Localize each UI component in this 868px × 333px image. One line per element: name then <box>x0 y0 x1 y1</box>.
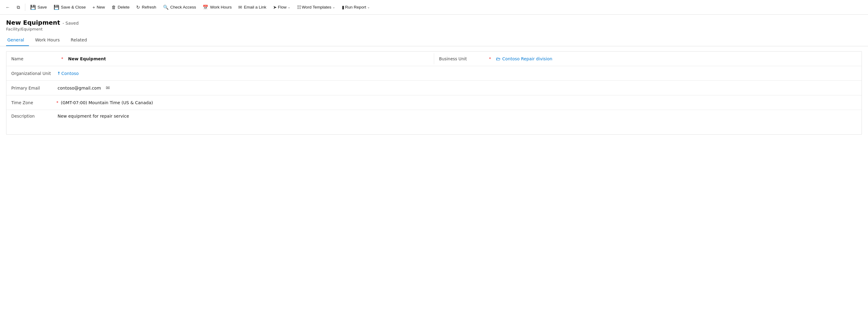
org-icon: ☨ <box>58 71 60 76</box>
page-header: New Equipment - Saved Facility/Equipment <box>0 14 868 31</box>
save-close-label: Save & Close <box>61 5 86 9</box>
separator-1 <box>25 4 25 11</box>
form-row-timezone: Time Zone * (GMT-07:00) Mountain Time (U… <box>6 95 862 110</box>
refresh-label: Refresh <box>142 5 156 9</box>
word-templates-label: Word Templates <box>302 5 332 9</box>
save-button[interactable]: 💾 Save <box>27 3 50 12</box>
business-unit-value: 🗁 Contoso Repair division <box>494 56 857 62</box>
run-report-button[interactable]: ▮ Run Report ⌄ <box>339 3 373 12</box>
refresh-icon: ↻ <box>136 5 140 10</box>
word-templates-icon: ☷ <box>297 5 301 10</box>
run-report-label: Run Report <box>345 5 366 9</box>
tab-general[interactable]: General <box>6 35 29 46</box>
timezone-label: Time Zone <box>6 100 55 105</box>
description-label: Description <box>6 114 55 119</box>
work-hours-icon: 📅 <box>203 5 208 10</box>
flow-chevron: ⌄ <box>288 5 290 9</box>
flow-icon: ➤ <box>273 5 277 10</box>
name-required: * <box>61 56 63 61</box>
delete-button[interactable]: 🗑 Delete <box>108 3 132 11</box>
name-label: Name <box>11 56 60 61</box>
delete-label: Delete <box>118 5 129 9</box>
page-saved-status: - Saved <box>62 21 79 26</box>
form-row-description: Description New equipment for repair ser… <box>6 110 862 134</box>
flow-label: Flow <box>278 5 287 9</box>
work-hours-label: Work Hours <box>210 5 231 9</box>
window-button[interactable]: ⧉ <box>14 3 23 12</box>
new-button[interactable]: + New <box>90 3 108 11</box>
bu-icon: 🗁 <box>496 56 501 62</box>
org-unit-label: Organizational Unit <box>6 71 55 76</box>
back-icon: ← <box>5 5 10 10</box>
email-link-icon: ✉ <box>238 5 242 10</box>
description-value[interactable]: New equipment for repair service <box>55 114 862 119</box>
org-unit-value: ☨ Contoso <box>55 71 862 76</box>
timezone-value[interactable]: (GMT-07:00) Mountain Time (US & Canada) <box>59 100 862 105</box>
email-link-button[interactable]: ✉ Email a Link <box>235 3 269 12</box>
name-value[interactable]: New Equipment <box>66 56 429 61</box>
save-close-button[interactable]: 💾 Save & Close <box>51 3 89 12</box>
window-icon: ⧉ <box>17 5 20 10</box>
work-hours-button[interactable]: 📅 Work Hours <box>199 3 235 12</box>
form-row-org-unit: Organizational Unit ☨ Contoso <box>6 66 862 81</box>
page-subtitle: Facility/Equipment <box>6 27 862 31</box>
run-report-icon: ▮ <box>342 5 344 10</box>
word-templates-chevron: ⌄ <box>332 5 335 9</box>
back-button[interactable]: ← <box>2 3 13 11</box>
new-icon: + <box>93 5 95 10</box>
save-close-icon: 💾 <box>54 5 59 10</box>
save-icon: 💾 <box>30 5 36 10</box>
check-access-icon: 🔍 <box>163 5 169 10</box>
tab-work-hours[interactable]: Work Hours <box>30 35 65 46</box>
tabs: General Work Hours Related <box>0 31 868 46</box>
business-unit-link[interactable]: 🗁 Contoso Repair division <box>496 56 855 62</box>
save-label: Save <box>37 5 47 9</box>
flow-button[interactable]: ➤ Flow ⌄ <box>270 3 293 12</box>
form-row-email: Primary Email contoso@gmail.com ✉ <box>6 81 862 95</box>
email-label: Primary Email <box>6 86 55 90</box>
delete-icon: 🗑 <box>112 5 116 10</box>
form-row-name-bu: Name * New Equipment Business Unit * 🗁 C… <box>6 52 862 66</box>
business-unit-label: Business Unit <box>439 56 488 61</box>
bu-required: * <box>489 56 491 61</box>
check-access-button[interactable]: 🔍 Check Access <box>160 3 199 12</box>
refresh-button[interactable]: ↻ Refresh <box>133 3 159 12</box>
email-value: contoso@gmail.com ✉ <box>55 85 862 91</box>
toolbar: ← ⧉ 💾 Save 💾 Save & Close + New 🗑 Delete… <box>0 0 868 14</box>
run-report-chevron: ⌄ <box>367 5 370 9</box>
check-access-label: Check Access <box>170 5 196 9</box>
form-container: Name * New Equipment Business Unit * 🗁 C… <box>6 51 862 135</box>
word-templates-button[interactable]: ☷ Word Templates ⌄ <box>294 3 338 12</box>
org-unit-link[interactable]: Contoso <box>61 71 79 76</box>
tab-related[interactable]: Related <box>66 35 92 46</box>
email-text[interactable]: contoso@gmail.com <box>58 86 101 90</box>
page-title: New Equipment <box>6 19 60 26</box>
email-compose-icon[interactable]: ✉ <box>106 85 110 91</box>
email-link-label: Email a Link <box>244 5 266 9</box>
new-label: New <box>97 5 105 9</box>
